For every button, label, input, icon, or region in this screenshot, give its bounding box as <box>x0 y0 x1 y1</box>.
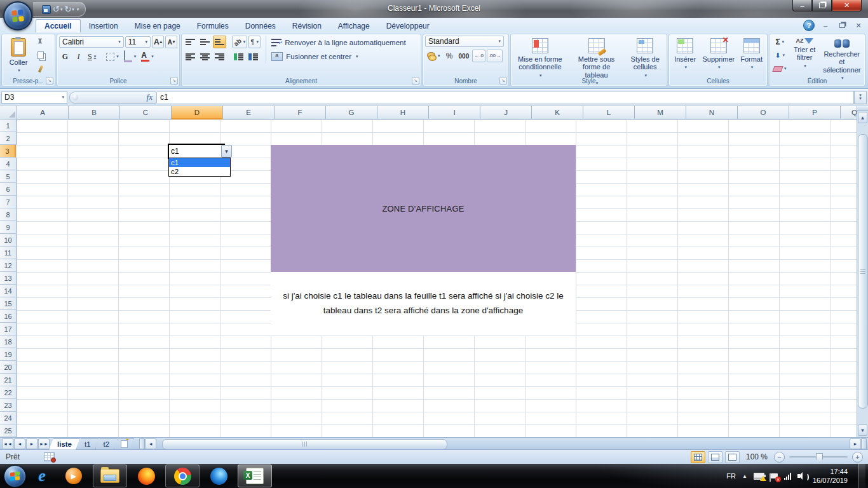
font-name-combo[interactable]: Calibri▾ <box>59 36 124 48</box>
autosum-button[interactable]: Σ▾ <box>771 36 789 48</box>
show-desktop-button[interactable] <box>858 464 865 488</box>
horizontal-scroll-track[interactable] <box>157 439 849 449</box>
tab-accueil[interactable]: Accueil <box>36 19 81 32</box>
shrink-font-button[interactable]: A▾ <box>165 36 177 48</box>
column-header-I[interactable]: I <box>429 106 480 119</box>
row-header-5[interactable]: 5 <box>0 170 17 183</box>
insert-function-button[interactable]: fx <box>147 92 153 102</box>
minimize-button[interactable]: – <box>792 0 812 11</box>
paste-button[interactable]: Coller ▾ <box>4 36 33 74</box>
row-header-11[interactable]: 11 <box>0 247 17 259</box>
sheet-tab-liste[interactable]: liste <box>49 438 80 450</box>
tab-formules[interactable]: Formules <box>189 19 237 32</box>
italic-button[interactable]: I <box>72 50 85 63</box>
align-top-button[interactable] <box>184 36 197 48</box>
active-cell-dropdown[interactable]: c1 <box>168 144 225 159</box>
name-box[interactable]: D3 ▾ <box>1 92 67 104</box>
align-center-button[interactable] <box>198 50 212 63</box>
font-color-button[interactable]: A▾ <box>139 50 156 63</box>
column-header-H[interactable]: H <box>377 106 429 119</box>
formula-bar-grip[interactable] <box>72 95 78 100</box>
zoom-slider-track[interactable] <box>789 456 848 458</box>
row-header-15[interactable]: 15 <box>0 297 17 310</box>
orientation-button[interactable]: ab▾ <box>232 36 247 48</box>
column-header-J[interactable]: J <box>480 106 532 119</box>
row-header-10[interactable]: 10 <box>0 234 17 247</box>
internet-explorer-button[interactable]: e <box>29 465 55 487</box>
column-header-F[interactable]: F <box>275 106 326 119</box>
row-header-9[interactable]: 9 <box>0 221 17 234</box>
tab-mise-en-page[interactable]: Mise en page <box>126 19 189 32</box>
redo-button[interactable]: ↻▾ <box>64 5 74 13</box>
network-icon[interactable] <box>784 473 791 480</box>
chrome-button[interactable] <box>165 464 200 487</box>
copy-button[interactable] <box>34 49 46 62</box>
fill-color-button[interactable]: ▾ <box>122 50 139 63</box>
horizontal-scroll-thumb[interactable] <box>162 439 447 450</box>
percent-style-button[interactable]: % <box>444 50 456 62</box>
page-break-view-button[interactable] <box>725 451 740 463</box>
cell-styles-button[interactable]: Styles de cellules ▾ <box>625 36 665 78</box>
workbook-minimize-button[interactable]: – <box>820 22 831 29</box>
accounting-format-button[interactable]: ▾ <box>425 50 442 62</box>
formula-input[interactable]: c1 <box>157 91 854 104</box>
column-header-M[interactable]: M <box>635 106 686 119</box>
find-select-button[interactable]: Rechercher et sélectionner ▾ <box>821 36 863 81</box>
decrease-decimal-button[interactable]: .00→ <box>487 50 503 62</box>
row-header-3[interactable]: 3 <box>0 145 16 158</box>
row-header-20[interactable]: 20 <box>0 361 17 374</box>
tab-révision[interactable]: Révision <box>284 19 330 32</box>
number-format-combo[interactable]: Standard▾ <box>425 36 504 47</box>
zoom-in-button[interactable]: + <box>852 452 863 463</box>
delete-cells-button[interactable]: Supprimer ▾ <box>701 36 737 71</box>
column-header-N[interactable]: N <box>686 106 738 119</box>
macro-record-button[interactable] <box>44 452 55 461</box>
decrease-indent-button[interactable] <box>232 50 245 63</box>
sheet-tab-t2[interactable]: t2 <box>95 438 118 450</box>
customize-qat-button[interactable]: ▾ <box>76 7 79 11</box>
grid-cells[interactable]: ZONE D'AFFICHAGE si j'ai choisie c1 le t… <box>17 119 857 437</box>
zoom-out-button[interactable]: − <box>774 452 785 463</box>
previous-sheet-button[interactable]: ◄ <box>14 438 25 449</box>
tab-insertion[interactable]: Insertion <box>81 19 126 32</box>
horizontal-scrollbar[interactable]: ◄ ► <box>139 438 868 450</box>
text-direction-button[interactable]: ¶▾ <box>248 36 261 48</box>
restore-button[interactable] <box>812 0 832 11</box>
column-header-G[interactable]: G <box>326 106 377 119</box>
number-dialog-launcher[interactable]: ↘ <box>499 77 507 85</box>
row-header-6[interactable]: 6 <box>0 183 17 196</box>
scroll-up-button[interactable]: ▲ <box>858 112 867 123</box>
redo-dropdown-icon[interactable]: ▾ <box>72 7 74 11</box>
tab-split-handle[interactable] <box>139 438 145 449</box>
format-painter-button[interactable] <box>34 62 46 75</box>
format-cells-button[interactable]: Format ▾ <box>738 36 765 71</box>
increase-indent-button[interactable] <box>247 50 260 63</box>
firefox-blue-button[interactable] <box>206 465 231 487</box>
row-header-13[interactable]: 13 <box>0 272 17 285</box>
conditional-formatting-button[interactable]: Mise en forme conditionnelle ▾ <box>513 36 567 78</box>
vertical-split-handle[interactable] <box>857 106 868 111</box>
row-header-12[interactable]: 12 <box>0 259 17 272</box>
battery-icon[interactable] <box>754 473 764 480</box>
vertical-scroll-thumb[interactable] <box>858 134 868 409</box>
bold-button[interactable]: G <box>59 50 71 63</box>
row-header-19[interactable]: 19 <box>0 348 17 361</box>
clipboard-dialog-launcher[interactable]: ↘ <box>46 77 53 85</box>
first-sheet-button[interactable]: ◄◄ <box>2 438 13 449</box>
font-dialog-launcher[interactable]: ↘ <box>170 77 178 85</box>
last-sheet-button[interactable]: ►► <box>38 438 50 449</box>
column-header-E[interactable]: E <box>223 106 275 119</box>
alignment-dialog-launcher[interactable]: ↘ <box>412 77 419 85</box>
paste-dropdown-icon[interactable]: ▾ <box>18 68 20 73</box>
align-left-button[interactable] <box>184 50 197 63</box>
font-size-combo[interactable]: 11▾ <box>125 36 151 48</box>
grow-font-button[interactable]: A▴ <box>152 36 164 48</box>
tab-données[interactable]: Données <box>237 19 284 32</box>
row-header-18[interactable]: 18 <box>0 336 17 348</box>
next-sheet-button[interactable]: ► <box>26 438 37 449</box>
row-header-2[interactable]: 2 <box>0 132 17 145</box>
column-header-O[interactable]: O <box>738 106 789 119</box>
scroll-left-button[interactable]: ◄ <box>145 438 156 449</box>
row-header-8[interactable]: 8 <box>0 208 17 221</box>
dropdown-arrow-button[interactable]: ▼ <box>221 145 232 158</box>
